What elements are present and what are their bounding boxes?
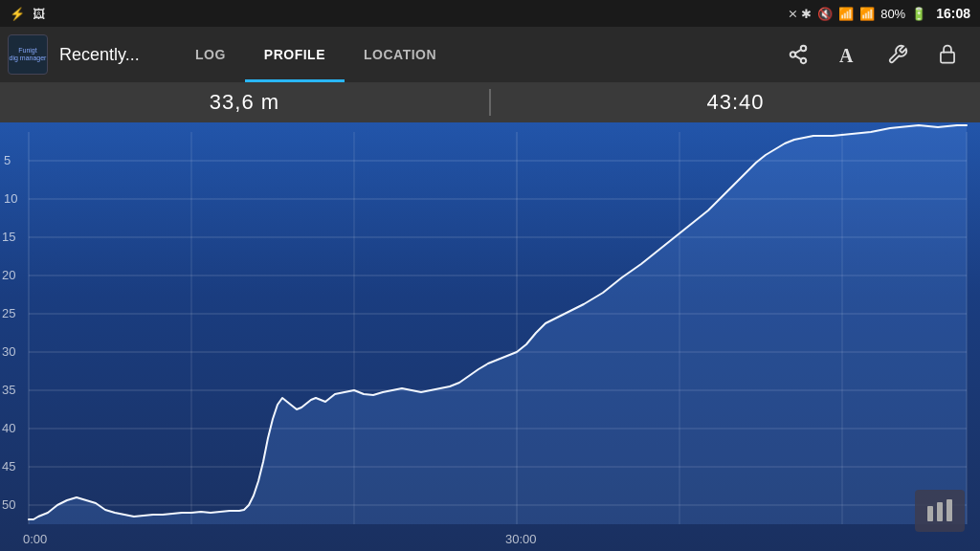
tab-location[interactable]: LOCATION [345,27,456,82]
distance-stat: 33,6 m [0,90,489,115]
svg-text:30: 30 [2,344,15,359]
svg-rect-39 [947,499,952,521]
bar-chart-icon [925,498,954,523]
mute-icon: 🔇 [817,7,833,21]
status-time: 16:08 [936,6,970,21]
svg-text:15: 15 [2,230,15,244]
svg-text:25: 25 [2,306,15,320]
chart-type-button[interactable] [915,490,965,532]
image-icon: 🖼 [33,7,45,21]
status-bar: ⚡ 🖼 ⨯ ✱ 🔇 📶 📶 80% 🔋 16:08 [0,0,980,27]
share-button[interactable] [781,37,815,72]
svg-text:30:00: 30:00 [505,532,537,546]
svg-rect-38 [937,502,943,521]
wifi-icon: 📶 [838,7,854,21]
battery-icon: 🔋 [911,7,926,21]
svg-line-4 [795,50,801,54]
battery-percent: 80% [880,7,905,21]
app-title: Recently... [59,45,165,65]
stats-bar: 33,6 m 43:40 [0,82,980,122]
svg-text:0:00: 0:00 [23,532,47,546]
signal-icon: 📶 [859,7,875,21]
lock-button[interactable] [930,37,965,72]
nav-tabs: LOG PROFILE LOCATION [176,27,777,82]
svg-text:20: 20 [2,268,15,282]
usb-icon: ⚡ [10,7,25,21]
svg-rect-37 [927,506,933,521]
tab-profile[interactable]: PROFILE [245,27,345,82]
svg-text:40: 40 [2,421,15,435]
svg-text:35: 35 [2,383,15,397]
svg-line-3 [795,55,801,59]
bluetooth-icon: ⨯ ✱ [788,7,813,21]
toolbar-actions: A [781,37,972,72]
svg-marker-36 [29,125,967,524]
font-button[interactable]: A [831,37,865,72]
elevation-chart: 5 10 15 20 25 30 35 40 45 50 0:00 30:00 [0,122,980,551]
svg-text:45: 45 [2,459,15,474]
svg-rect-6 [941,53,954,63]
app-bar: Funigtdig manager Recently... LOG PROFIL… [0,27,980,82]
settings-button[interactable] [880,37,915,72]
svg-text:50: 50 [2,497,15,512]
tab-log[interactable]: LOG [176,27,245,82]
svg-text:A: A [839,45,854,66]
duration-stat: 43:40 [491,90,980,115]
svg-text:5: 5 [4,153,11,167]
svg-text:10: 10 [4,191,17,206]
chart-area: 5 10 15 20 25 30 35 40 45 50 0:00 30:00 [0,122,980,551]
app-icon[interactable]: Funigtdig manager [8,34,48,75]
